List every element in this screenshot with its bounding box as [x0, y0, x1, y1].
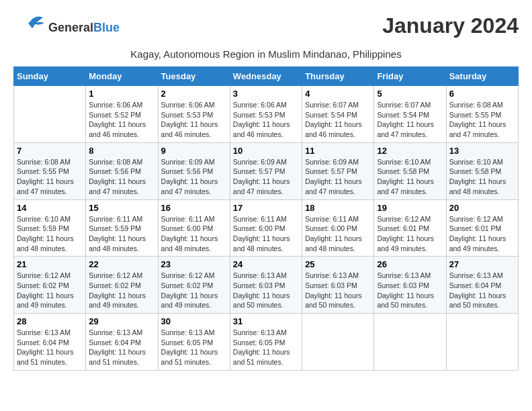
- day-info: Sunrise: 6:11 AMSunset: 5:59 PMDaylight:…: [89, 214, 154, 254]
- day-number: 8: [89, 146, 154, 156]
- day-number: 28: [17, 316, 83, 326]
- calendar-cell: 5Sunrise: 6:07 AMSunset: 5:54 PMDaylight…: [374, 86, 446, 143]
- week-row-2: 14Sunrise: 6:10 AMSunset: 5:59 PMDayligh…: [14, 199, 519, 257]
- day-info: Sunrise: 6:13 AMSunset: 6:05 PMDaylight:…: [161, 328, 227, 367]
- logo-icon: [13, 13, 46, 43]
- day-info: Sunrise: 6:13 AMSunset: 6:04 PMDaylight:…: [449, 271, 515, 310]
- day-number: 24: [233, 259, 299, 269]
- calendar-cell: 8Sunrise: 6:08 AMSunset: 5:56 PMDaylight…: [86, 142, 158, 199]
- calendar-cell: 2Sunrise: 6:06 AMSunset: 5:53 PMDaylight…: [158, 86, 230, 143]
- header-monday: Monday: [86, 67, 158, 86]
- day-info: Sunrise: 6:12 AMSunset: 6:02 PMDaylight:…: [17, 271, 83, 310]
- calendar-cell: 25Sunrise: 6:13 AMSunset: 6:03 PMDayligh…: [302, 257, 374, 314]
- calendar-cell: 31Sunrise: 6:13 AMSunset: 6:05 PMDayligh…: [230, 314, 302, 371]
- header-thursday: Thursday: [302, 67, 374, 86]
- day-number: 27: [449, 259, 515, 269]
- day-number: 30: [161, 316, 227, 326]
- calendar-cell: 29Sunrise: 6:13 AMSunset: 6:04 PMDayligh…: [86, 314, 158, 371]
- day-info: Sunrise: 6:13 AMSunset: 6:04 PMDaylight:…: [89, 328, 154, 367]
- day-number: 21: [17, 259, 83, 269]
- day-info: Sunrise: 6:06 AMSunset: 5:53 PMDaylight:…: [161, 100, 227, 140]
- calendar-cell: 24Sunrise: 6:13 AMSunset: 6:03 PMDayligh…: [230, 257, 302, 314]
- calendar-cell: 13Sunrise: 6:10 AMSunset: 5:58 PMDayligh…: [446, 142, 518, 199]
- calendar-body: 1Sunrise: 6:06 AMSunset: 5:52 PMDaylight…: [14, 86, 519, 371]
- header-tuesday: Tuesday: [158, 67, 230, 86]
- calendar-cell: [446, 314, 518, 371]
- day-number: 23: [161, 259, 227, 269]
- day-number: 14: [17, 203, 83, 213]
- calendar-cell: 22Sunrise: 6:12 AMSunset: 6:02 PMDayligh…: [86, 257, 158, 314]
- week-row-3: 21Sunrise: 6:12 AMSunset: 6:02 PMDayligh…: [14, 257, 519, 314]
- day-info: Sunrise: 6:13 AMSunset: 6:04 PMDaylight:…: [17, 328, 83, 367]
- calendar-cell: 18Sunrise: 6:11 AMSunset: 6:00 PMDayligh…: [302, 199, 374, 257]
- header-friday: Friday: [374, 67, 446, 86]
- day-info: Sunrise: 6:11 AMSunset: 6:00 PMDaylight:…: [305, 214, 371, 254]
- header-sunday: Sunday: [14, 67, 86, 86]
- day-info: Sunrise: 6:08 AMSunset: 5:55 PMDaylight:…: [449, 100, 515, 140]
- week-row-0: 1Sunrise: 6:06 AMSunset: 5:52 PMDaylight…: [14, 86, 519, 143]
- day-number: 4: [305, 89, 371, 99]
- calendar-cell: 14Sunrise: 6:10 AMSunset: 5:59 PMDayligh…: [14, 199, 86, 257]
- calendar-cell: 12Sunrise: 6:10 AMSunset: 5:58 PMDayligh…: [374, 142, 446, 199]
- day-info: Sunrise: 6:13 AMSunset: 6:03 PMDaylight:…: [377, 271, 443, 310]
- calendar-cell: [14, 86, 86, 143]
- day-info: Sunrise: 6:11 AMSunset: 6:00 PMDaylight:…: [233, 214, 299, 254]
- day-info: Sunrise: 6:12 AMSunset: 6:02 PMDaylight:…: [89, 271, 154, 310]
- day-info: Sunrise: 6:06 AMSunset: 5:52 PMDaylight:…: [89, 100, 154, 140]
- day-number: 10: [233, 146, 299, 156]
- day-info: Sunrise: 6:09 AMSunset: 5:57 PMDaylight:…: [305, 157, 371, 197]
- day-number: 25: [305, 259, 371, 269]
- calendar-cell: 15Sunrise: 6:11 AMSunset: 5:59 PMDayligh…: [86, 199, 158, 257]
- calendar-cell: 3Sunrise: 6:06 AMSunset: 5:53 PMDaylight…: [230, 86, 302, 143]
- week-row-1: 7Sunrise: 6:08 AMSunset: 5:55 PMDaylight…: [14, 142, 519, 199]
- calendar-cell: 19Sunrise: 6:12 AMSunset: 6:01 PMDayligh…: [374, 199, 446, 257]
- logo-general-text: General: [48, 21, 93, 34]
- day-info: Sunrise: 6:10 AMSunset: 5:59 PMDaylight:…: [17, 214, 83, 254]
- day-number: 2: [161, 89, 227, 99]
- day-number: 22: [89, 259, 154, 269]
- page-header: GeneralBlue January 2024: [13, 13, 519, 43]
- day-number: 15: [89, 203, 154, 213]
- calendar-cell: 7Sunrise: 6:08 AMSunset: 5:55 PMDaylight…: [14, 142, 86, 199]
- day-info: Sunrise: 6:07 AMSunset: 5:54 PMDaylight:…: [377, 100, 443, 140]
- day-number: 13: [449, 146, 515, 156]
- day-number: 26: [377, 259, 443, 269]
- day-number: 1: [89, 89, 154, 99]
- day-info: Sunrise: 6:13 AMSunset: 6:03 PMDaylight:…: [233, 271, 299, 310]
- calendar-cell: 20Sunrise: 6:12 AMSunset: 6:01 PMDayligh…: [446, 199, 518, 257]
- calendar-cell: 17Sunrise: 6:11 AMSunset: 6:00 PMDayligh…: [230, 199, 302, 257]
- calendar-cell: 16Sunrise: 6:11 AMSunset: 6:00 PMDayligh…: [158, 199, 230, 257]
- calendar-cell: 11Sunrise: 6:09 AMSunset: 5:57 PMDayligh…: [302, 142, 374, 199]
- calendar-cell: 28Sunrise: 6:13 AMSunset: 6:04 PMDayligh…: [14, 314, 86, 371]
- day-number: 31: [233, 316, 299, 326]
- calendar-cell: 1Sunrise: 6:06 AMSunset: 5:52 PMDaylight…: [86, 86, 158, 143]
- day-number: 3: [233, 89, 299, 99]
- day-number: 16: [161, 203, 227, 213]
- calendar-header-row: SundayMondayTuesdayWednesdayThursdayFrid…: [14, 67, 519, 86]
- day-number: 5: [377, 89, 443, 99]
- calendar-cell: 10Sunrise: 6:09 AMSunset: 5:57 PMDayligh…: [230, 142, 302, 199]
- calendar-cell: 21Sunrise: 6:12 AMSunset: 6:02 PMDayligh…: [14, 257, 86, 314]
- day-info: Sunrise: 6:08 AMSunset: 5:55 PMDaylight:…: [17, 157, 83, 197]
- day-number: 29: [89, 316, 154, 326]
- day-number: 6: [449, 89, 515, 99]
- day-info: Sunrise: 6:12 AMSunset: 6:01 PMDaylight:…: [377, 214, 443, 254]
- week-row-4: 28Sunrise: 6:13 AMSunset: 6:04 PMDayligh…: [14, 314, 519, 371]
- header-wednesday: Wednesday: [230, 67, 302, 86]
- calendar-cell: 6Sunrise: 6:08 AMSunset: 5:55 PMDaylight…: [446, 86, 518, 143]
- day-info: Sunrise: 6:10 AMSunset: 5:58 PMDaylight:…: [449, 157, 515, 197]
- day-info: Sunrise: 6:12 AMSunset: 6:01 PMDaylight:…: [449, 214, 515, 254]
- day-number: 18: [305, 203, 371, 213]
- day-number: 20: [449, 203, 515, 213]
- calendar-cell: 4Sunrise: 6:07 AMSunset: 5:54 PMDaylight…: [302, 86, 374, 143]
- day-info: Sunrise: 6:13 AMSunset: 6:05 PMDaylight:…: [233, 328, 299, 367]
- day-number: 7: [17, 146, 83, 156]
- day-info: Sunrise: 6:13 AMSunset: 6:03 PMDaylight:…: [305, 271, 371, 310]
- month-title: January 2024: [382, 13, 519, 38]
- calendar-cell: [302, 314, 374, 371]
- day-info: Sunrise: 6:12 AMSunset: 6:02 PMDaylight:…: [161, 271, 227, 310]
- calendar-cell: 27Sunrise: 6:13 AMSunset: 6:04 PMDayligh…: [446, 257, 518, 314]
- day-info: Sunrise: 6:09 AMSunset: 5:56 PMDaylight:…: [161, 157, 227, 197]
- header-saturday: Saturday: [446, 67, 518, 86]
- day-info: Sunrise: 6:06 AMSunset: 5:53 PMDaylight:…: [233, 100, 299, 140]
